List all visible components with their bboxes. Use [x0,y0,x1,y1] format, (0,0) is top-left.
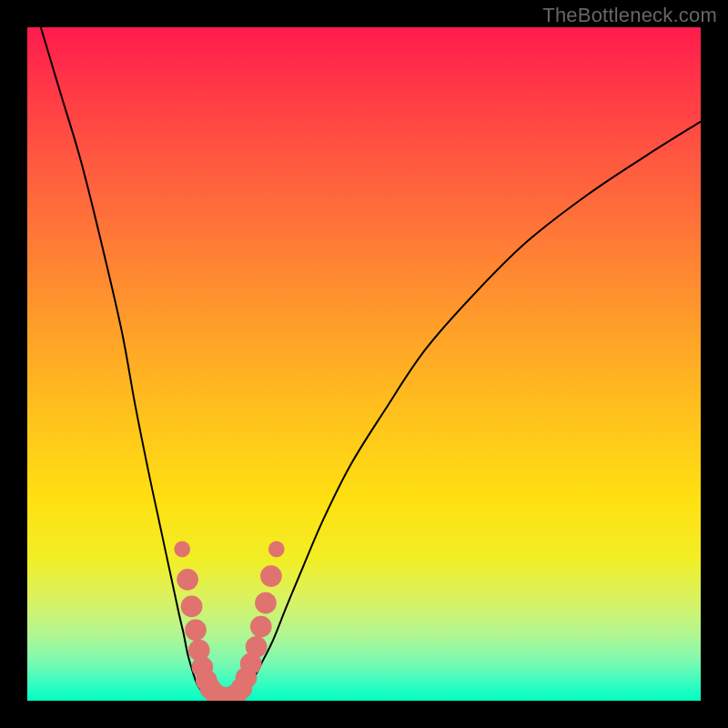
chart-frame: TheBottleneck.com [0,0,728,728]
data-marker [174,541,190,558]
left-curve-path [41,27,208,697]
marker-group [174,541,284,701]
data-marker [177,569,198,591]
watermark-text: TheBottleneck.com [542,4,717,27]
right-curve-path [244,122,701,693]
plot-area [27,27,701,701]
data-marker [255,592,277,614]
data-marker [185,619,207,641]
chart-svg [27,27,701,701]
data-marker [246,636,268,658]
data-marker [250,616,272,638]
data-marker [268,541,285,558]
data-marker [181,596,203,618]
data-marker [260,565,282,587]
